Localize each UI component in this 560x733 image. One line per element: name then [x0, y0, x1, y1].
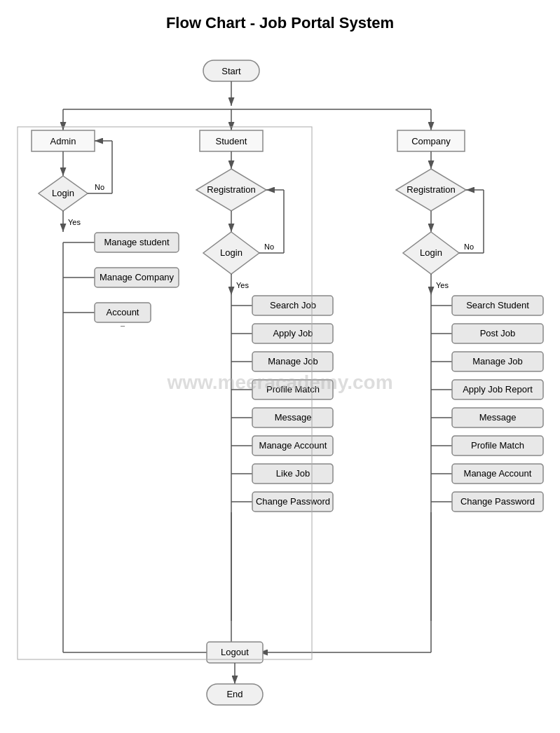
logout-label: Logout — [221, 647, 249, 657]
company-manage-job: Manage Job — [472, 356, 523, 366]
student-login-label: Login — [220, 247, 243, 258]
admin-no-label: No — [95, 183, 104, 191]
company-yes-label: Yes — [436, 281, 449, 289]
admin-manage-company: Manage Company — [99, 272, 174, 282]
student-change-password: Change Password — [255, 496, 329, 507]
admin-label: Admin — [50, 136, 76, 146]
admin-manage-student: Manage student — [104, 237, 170, 247]
company-change-password: Change Password — [460, 496, 534, 507]
student-search-job: Search Job — [270, 300, 316, 310]
admin-account-dash: – — [120, 321, 125, 329]
company-profile-match: Profile Match — [471, 440, 524, 451]
company-post-job: Post Job — [479, 328, 515, 338]
company-message: Message — [479, 412, 516, 423]
start-label: Start — [221, 66, 241, 76]
student-message: Message — [274, 412, 311, 423]
end-label: End — [226, 689, 243, 699]
admin-account: Account — [106, 307, 139, 317]
student-label: Student — [215, 136, 247, 146]
company-manage-account: Manage Account — [463, 468, 531, 479]
page: Flow Chart - Job Portal System www.meera… — [0, 0, 560, 733]
admin-yes-label: Yes — [68, 218, 81, 226]
student-yes-label: Yes — [236, 281, 249, 289]
student-manage-job: Manage Job — [268, 356, 318, 366]
page-title: Flow Chart - Job Portal System — [0, 7, 560, 32]
student-apply-job: Apply Job — [273, 328, 313, 338]
company-apply-job-report: Apply Job Report — [463, 384, 533, 395]
student-like-job: Like Job — [275, 468, 309, 479]
student-registration-label: Registration — [207, 184, 255, 195]
student-no-label: No — [264, 242, 274, 251]
admin-login-label: Login — [52, 188, 74, 198]
company-registration-label: Registration — [407, 184, 455, 195]
company-search-student: Search Student — [466, 300, 529, 310]
company-label: Company — [411, 136, 451, 146]
company-no-label: No — [464, 242, 474, 251]
flowchart: Start Admin Login No — [4, 39, 557, 726]
student-manage-account: Manage Account — [259, 440, 327, 451]
company-login-label: Login — [420, 247, 442, 258]
